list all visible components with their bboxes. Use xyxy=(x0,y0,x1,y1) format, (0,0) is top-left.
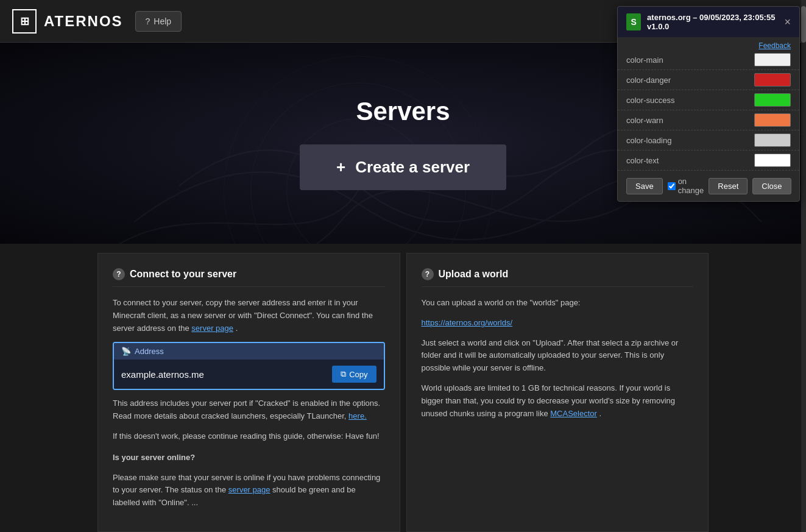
color-swatch[interactable] xyxy=(754,154,791,167)
color-panel-close-button[interactable]: × xyxy=(784,16,791,27)
color-panel-save-button[interactable]: Save xyxy=(626,178,663,194)
color-row: color-main xyxy=(618,50,799,70)
on-change-checkbox[interactable] xyxy=(668,182,676,190)
color-row-label: color-text xyxy=(626,156,754,165)
color-panel-reset-button[interactable]: Reset xyxy=(709,178,748,194)
color-row-label: color-loading xyxy=(626,136,754,145)
color-row-label: color-success xyxy=(626,96,754,105)
color-row-label: color-main xyxy=(626,55,754,65)
color-row: color-warn xyxy=(618,110,799,130)
scrollbar-thumb[interactable] xyxy=(801,6,806,43)
server-page-link2[interactable]: server page xyxy=(228,485,270,494)
subsection-title: Is your server online? xyxy=(113,452,385,464)
worlds-link[interactable]: https://aternos.org/worlds/ xyxy=(422,318,513,327)
color-row: color-text xyxy=(618,151,799,171)
create-server-button[interactable]: + Create a server xyxy=(300,144,506,190)
color-swatch[interactable] xyxy=(754,53,791,66)
address-box: 📡 Address example.aternos.me ⧉ Copy xyxy=(113,342,385,390)
upload-help-icon: ? xyxy=(422,268,434,280)
color-row-label: color-warn xyxy=(626,116,754,125)
address-box-body: example.aternos.me ⧉ Copy xyxy=(114,360,384,389)
color-row: color-success xyxy=(618,90,799,110)
color-panel: S aternos.org – 09/05/2023, 23:05:55 v1.… xyxy=(617,6,800,202)
connect-desc1: To connect to your server, copy the serv… xyxy=(113,297,385,335)
upload-card-title: ? Upload a world xyxy=(422,268,694,287)
color-row-label: color-danger xyxy=(626,76,754,85)
server-page-link[interactable]: server page xyxy=(191,324,233,333)
copy-icon: ⧉ xyxy=(341,369,346,379)
color-panel-header: S aternos.org – 09/05/2023, 23:05:55 v1.… xyxy=(618,7,799,37)
color-rows-container: color-maincolor-dangercolor-successcolor… xyxy=(618,50,799,171)
color-panel-close-btn2[interactable]: Close xyxy=(752,178,791,194)
page-title: Servers xyxy=(356,97,450,126)
color-row: color-danger xyxy=(618,70,799,90)
connect-card-title: ? Connect to your server xyxy=(113,268,385,287)
color-panel-title: aternos.org – 09/05/2023, 23:05:55 v1.0.… xyxy=(647,13,778,31)
scrollbar[interactable] xyxy=(801,0,806,532)
upload-desc3: World uploads are limited to 1 GB for te… xyxy=(422,382,694,420)
on-change-label: on change xyxy=(668,177,704,195)
upload-card: ? Upload a world You can upload a world … xyxy=(406,253,709,532)
here-link[interactable]: here. xyxy=(348,411,367,420)
feedback-link[interactable]: Feedback xyxy=(758,41,791,50)
connect-card: ? Connect to your server To connect to y… xyxy=(97,253,400,532)
address-value: example.aternos.me xyxy=(121,369,332,380)
upload-desc1: You can upload a world on the "worlds" p… xyxy=(422,297,694,310)
question-mark-icon: ? xyxy=(146,16,150,26)
address-icon: 📡 xyxy=(121,347,131,356)
mcaselector-link[interactable]: MCASelector xyxy=(550,409,597,418)
upload-desc2: Just select a world and click on "Upload… xyxy=(422,337,694,375)
help-button[interactable]: ? Help xyxy=(135,11,182,32)
color-swatch[interactable] xyxy=(754,93,791,107)
color-panel-logo: S xyxy=(626,13,641,30)
color-row: color-loading xyxy=(618,130,799,151)
color-swatch[interactable] xyxy=(754,73,791,87)
connect-desc3: If this doesn't work, please continue re… xyxy=(113,430,385,443)
connect-desc4: Please make sure that your server is onl… xyxy=(113,472,385,509)
color-swatch[interactable] xyxy=(754,133,791,147)
plus-icon: + xyxy=(336,158,345,177)
logo-icon: ⊞ xyxy=(12,9,37,34)
connect-help-icon: ? xyxy=(113,268,125,280)
color-swatch[interactable] xyxy=(754,113,791,127)
address-box-header: 📡 Address xyxy=(114,343,384,360)
logo-text: ATERNOS xyxy=(44,13,123,30)
copy-button[interactable]: ⧉ Copy xyxy=(332,366,376,383)
color-panel-actions: Save on change Reset Close xyxy=(618,171,799,201)
connect-desc2: This address includes your server port i… xyxy=(113,397,385,423)
info-section: ? Connect to your server To connect to y… xyxy=(0,250,806,532)
color-panel-feedback: Feedback xyxy=(618,37,799,50)
worlds-link-para: https://aternos.org/worlds/ xyxy=(422,317,694,330)
logo-area: ⊞ ATERNOS xyxy=(12,9,123,34)
